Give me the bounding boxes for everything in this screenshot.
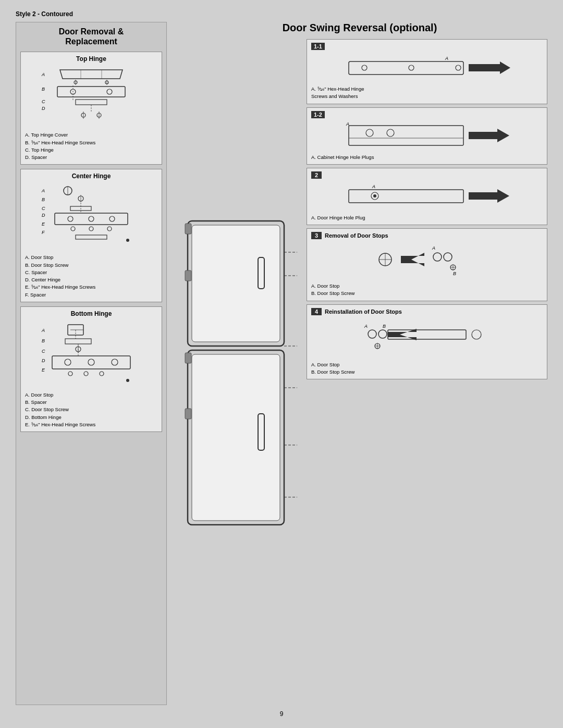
svg-text:C: C [42,206,45,211]
svg-point-79 [362,65,367,70]
svg-text:A: A [41,328,45,333]
svg-rect-32 [55,213,128,225]
svg-point-57 [84,372,88,376]
svg-rect-66 [185,270,191,281]
svg-rect-68 [192,354,280,521]
step-2-diagram: A [311,181,543,212]
svg-text:A: A [41,72,45,77]
step-4-title: Reinstallation of Door Stops [325,309,402,315]
svg-point-54 [88,359,94,365]
svg-point-92 [373,194,376,198]
svg-marker-4 [60,70,123,79]
svg-point-53 [65,359,71,365]
svg-marker-93 [469,189,509,203]
svg-text:A: A [364,324,368,329]
left-title: Door Removal & Replacement [20,27,162,46]
step-4-number: 4 [311,308,322,315]
svg-point-38 [107,227,112,231]
right-inner: 1-1 [172,39,547,705]
svg-text:A: A [346,121,349,127]
step-2-box: 2 A [307,168,547,225]
bottom-hinge-labels: A. Door Stop B. Spacer C. Door Stop Scre… [25,391,157,428]
svg-rect-63 [192,225,280,342]
svg-rect-14 [76,100,107,105]
step-2-header: 2 [311,171,543,179]
style-label: Style 2 - Contoured [16,10,547,18]
svg-text:D: D [42,213,45,218]
step-4-svg: A B [344,317,510,359]
page-number: 9 [16,710,547,718]
center-hinge-title: Center Hinge [25,172,157,180]
step-3-title: Removal of Door Stops [325,232,388,239]
svg-point-56 [68,372,72,376]
svg-point-80 [409,65,414,70]
svg-point-41 [126,239,129,242]
step-4-diagram: A B [311,317,543,359]
right-column: Door Swing Reversal (optional) [172,22,547,705]
svg-text:D: D [42,106,45,111]
svg-rect-84 [349,126,463,145]
svg-rect-11 [57,87,125,97]
center-fridge [172,39,302,705]
svg-point-55 [112,359,118,365]
step-1-2-header: 1-2 [311,111,543,118]
svg-point-99 [444,253,452,261]
svg-text:F: F [42,230,45,235]
main-content: Door Removal & Replacement Top Hinge A B… [16,22,547,705]
step-2-labels: A. Door Hinge Hole Plug [311,214,543,221]
svg-text:C: C [42,349,45,354]
bottom-hinge-section: Bottom Hinge A B C D E [20,306,162,432]
step-1-1-labels: A. ⁵⁄₁₆" Hex-Head Hinge Screws and Washe… [311,85,543,101]
svg-point-98 [433,253,442,261]
step-3-header: 3 Removal of Door Stops [311,232,543,239]
step-1-2-number: 1-2 [311,111,325,118]
step-1-1-diagram: A [311,52,543,83]
svg-text:A: A [432,245,435,251]
center-hinge-section: Center Hinge A B C D E F [20,169,162,302]
svg-text:B: B [453,271,456,276]
top-hinge-labels: A. Top Hinge Cover B. ⁵⁄₁₆" Hex-Head Hin… [25,131,157,161]
svg-text:B: B [383,324,386,329]
svg-text:A: A [372,184,375,189]
svg-point-85 [366,129,373,137]
svg-text:E: E [42,221,45,227]
left-column: Door Removal & Replacement Top Hinge A B… [16,22,167,705]
step-4-header: 4 Reinstallation of Door Stops [311,308,543,315]
svg-point-59 [126,379,129,382]
svg-text:B: B [42,197,45,202]
svg-text:C: C [42,99,45,104]
step-2-svg: A [344,182,510,211]
svg-rect-71 [185,409,191,419]
svg-rect-49 [65,339,91,344]
svg-rect-65 [185,224,191,234]
step-3-diagram: A B [311,241,543,280]
steps-column: 1-1 [307,39,547,705]
svg-point-86 [387,129,394,137]
step-3-labels: A. Door Stop B. Door Stop Screw [311,282,543,298]
step-1-2-diagram: A [311,120,543,152]
svg-rect-78 [349,61,463,75]
top-hinge-section: Top Hinge A B C D [20,52,162,165]
svg-point-35 [109,216,115,221]
svg-point-107 [378,330,387,338]
step-1-1-number: 1-1 [311,43,325,50]
step-1-2-svg: A [344,121,510,150]
fridge-svg [177,190,297,554]
svg-rect-90 [349,190,463,203]
bottom-hinge-title: Bottom Hinge [25,310,157,317]
svg-text:E: E [42,367,45,373]
step-3-box: 3 Removal of Door Stops [307,228,547,301]
right-title: Door Swing Reversal (optional) [172,22,547,34]
svg-rect-52 [52,356,130,369]
svg-point-34 [89,216,94,221]
top-hinge-diagram: A B C D [25,66,157,128]
svg-marker-103 [401,253,424,266]
svg-point-112 [472,330,481,339]
svg-marker-113 [388,329,417,340]
step-1-1-header: 1-1 [311,43,543,50]
svg-text:A: A [41,188,45,193]
svg-marker-82 [469,61,510,74]
center-hinge-diagram: A B C D E F [25,183,157,251]
bottom-hinge-diagram: A B C D E [25,320,157,388]
step-4-box: 4 Reinstallation of Door Stops [307,304,547,380]
